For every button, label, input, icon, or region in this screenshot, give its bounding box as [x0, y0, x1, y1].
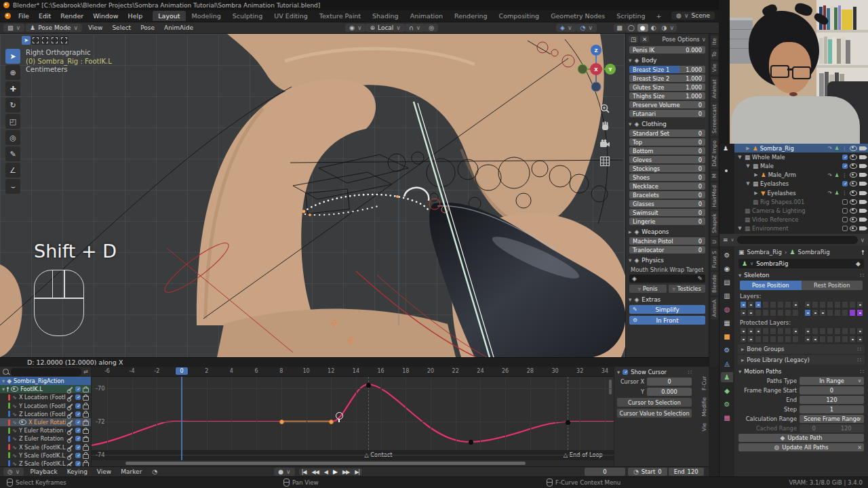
visibility-icon[interactable] [11, 386, 18, 392]
outliner-row-sombra-rig[interactable]: ▶♟Sombra_Rig↷♟⋮ [734, 144, 868, 152]
channel-y-location-footik[interactable]: ∿Y Location (FootIK. [0, 402, 91, 410]
properties-tab-scene[interactable]: ▦ [721, 318, 733, 328]
paths-type-dropdown[interactable]: In Range [800, 377, 864, 385]
layer-cell[interactable] [762, 301, 769, 308]
workspace-tab-layout[interactable]: Layout [153, 11, 185, 21]
properties-tab-modifiers[interactable]: ⚙ [721, 345, 733, 355]
disable-render-icon[interactable] [859, 218, 865, 222]
field-value-step[interactable]: 1 [800, 405, 864, 413]
layer-cell[interactable] [762, 309, 769, 317]
ruler-tick-8[interactable]: 8 [274, 368, 289, 374]
h-scrollbar[interactable] [92, 460, 614, 466]
protected-layer-cell[interactable] [812, 336, 818, 343]
lock-icon[interactable] [83, 405, 89, 409]
outliner-row-eyelashes[interactable]: ▼▦Eyelashes [734, 180, 868, 188]
layer-cell[interactable] [747, 301, 754, 308]
properties-search-input[interactable] [737, 236, 858, 244]
hide-eye-icon[interactable] [850, 181, 857, 186]
disable-render-icon[interactable] [859, 155, 865, 159]
layer-cell[interactable] [856, 309, 863, 317]
current-frame-field[interactable]: 0 [585, 468, 625, 476]
play-button[interactable]: ▶ [330, 468, 340, 475]
hide-eye-icon[interactable] [850, 155, 857, 160]
orientation-dropdown[interactable]: ⊕Local∨ [366, 24, 404, 32]
add-workspace-button[interactable]: + [651, 11, 667, 21]
protected-layer-cell[interactable] [812, 327, 818, 335]
filter-icon[interactable]: ⇄ [83, 369, 88, 375]
frame-start-field[interactable]: ◔ Start0 [628, 468, 667, 476]
caret-icon[interactable]: ▼ [737, 155, 743, 160]
mute-checkbox[interactable] [75, 403, 81, 409]
snap-dropdown[interactable]: ∩∨ [405, 24, 425, 32]
breadcrumb-data[interactable]: SombraRig [797, 249, 829, 256]
npanel-tab-daz-impo[interactable]: DAZ Impo [711, 138, 718, 169]
channel-x-euler-rotation-f[interactable]: ∿X Euler Rotation (F [0, 418, 91, 426]
npanel-tab-screencast[interactable]: Screencast [711, 102, 718, 136]
lock-icon[interactable] [83, 396, 89, 401]
npanel-tab-hairmod[interactable]: HairMod [711, 182, 718, 209]
menu-file[interactable]: File [14, 12, 34, 20]
select-mode-select-lasso[interactable] [50, 36, 59, 45]
playback-menu-marker[interactable]: Marker [116, 468, 146, 475]
editor-type-button[interactable]: ▧∨ [3, 24, 24, 32]
section-weapons[interactable]: ▸◈Weapons [629, 228, 706, 235]
outliner-row-eyelashes[interactable]: ▶▼Eyelashes↷♟⋮ [734, 188, 868, 197]
property-gloves[interactable]: Gloves0 [629, 156, 705, 163]
3d-viewport[interactable]: 02 00 0 ➤ Right Orthographic (0) Sombra_… [0, 34, 625, 357]
properties-tab-tool[interactable]: ⚙ [721, 250, 733, 260]
property-breast-size-2[interactable]: Breast Size 21.000 [629, 75, 705, 82]
hide-eye-icon[interactable] [850, 217, 857, 222]
jump-start-button[interactable]: |◀ [299, 469, 309, 475]
layer-cell[interactable] [842, 301, 848, 308]
show-cursor-header[interactable]: ▾ Show Cursor ∷ [617, 369, 692, 375]
property-machine-pistol[interactable]: Machine Pistol0 [629, 237, 705, 245]
toggle-penis[interactable]: ▿Penis [629, 285, 667, 293]
npanel-tab-anima[interactable]: AnimA [711, 297, 718, 319]
hide-eye-icon[interactable] [850, 226, 857, 231]
playback-menu-keying[interactable]: Keying [62, 468, 92, 475]
properties-tab-object[interactable]: ■ [721, 331, 733, 342]
layer-cell[interactable] [785, 309, 791, 317]
show-cursor-checkbox[interactable] [623, 369, 628, 375]
cursor-y-field[interactable]: 0.000 [647, 388, 692, 396]
layer-cell[interactable] [834, 301, 841, 308]
shading-rendered-button[interactable]: ◑∨ [659, 24, 677, 32]
property-lingerie[interactable]: Lingerie0 [629, 218, 705, 225]
ruler-tick-12[interactable]: 12 [323, 368, 338, 374]
keying-set-button[interactable]: ●∨ [274, 468, 294, 476]
channel-z-scale-footik-l[interactable]: ∿Z Scale (FootIK.L) [0, 460, 91, 466]
hide-eye-icon[interactable] [850, 208, 857, 214]
workspace-tab-scripting[interactable]: Scripting [611, 11, 650, 21]
ruler-tick-22[interactable]: 22 [448, 368, 463, 374]
menu-window[interactable]: Window [88, 12, 123, 20]
skeleton-panel-header[interactable]: ▾ Skeleton ∷ [738, 272, 864, 279]
simplify-button[interactable]: ✎Simplify [629, 305, 705, 314]
property-glutes-size[interactable]: Glutes Size1.000 [629, 83, 705, 91]
gizmo-y-neg-axis[interactable] [578, 64, 587, 74]
protected-layer-cell[interactable] [755, 336, 762, 343]
update-path-button[interactable]: ◆ Update Path [738, 434, 864, 442]
ruler-tick-18[interactable]: 18 [398, 368, 413, 374]
proportional-edit-button[interactable]: ◎ [425, 24, 438, 32]
property-swimsuit[interactable]: Swimsuit0 [629, 209, 705, 216]
property-thighs-size[interactable]: Thighs Size1.000 [629, 92, 705, 100]
hide-eye-icon[interactable] [850, 163, 857, 169]
layer-cell[interactable] [755, 309, 762, 317]
ruler-tick-30[interactable]: 30 [548, 368, 563, 374]
channel-search-input[interactable] [11, 368, 81, 376]
scene-selector[interactable]: ◍ ∨ Scene [671, 12, 715, 20]
ruler-tick-2[interactable]: 2 [199, 368, 214, 374]
layer-cell[interactable] [740, 301, 747, 308]
blender-menu-icon[interactable] [5, 13, 11, 19]
collection-checkbox[interactable] [842, 181, 848, 186]
outliner-row-environment[interactable]: ▼▦Environment [734, 224, 868, 233]
outliner-row-whole-male[interactable]: ▼▦Whole Male [734, 152, 868, 161]
pose-position-button[interactable]: Pose Position [740, 281, 802, 290]
properties-tab-bone[interactable]: ◆ [721, 386, 733, 396]
npanel-tab-m[interactable]: M [711, 171, 718, 181]
current-frame-indicator[interactable]: 0 [176, 367, 188, 375]
npanel-tab-vie[interactable]: Vie [711, 61, 718, 75]
pin-icon[interactable] [862, 250, 864, 252]
outliner-row-male-arm[interactable]: ▶♟Male_Arm↷♟⋮ [734, 171, 868, 180]
protected-layer-cell[interactable] [842, 327, 848, 335]
